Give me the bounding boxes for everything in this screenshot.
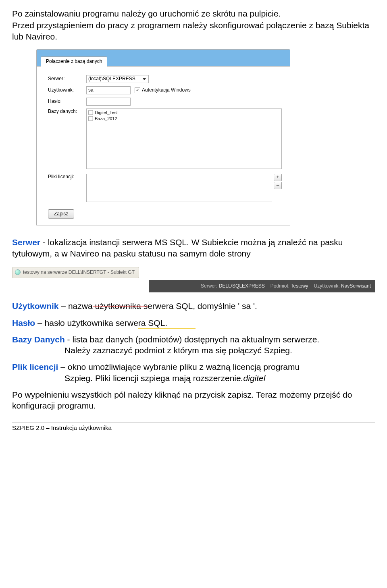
subiekt-titlebar-snippet: testowy na serwerze DELL\INSERTGT - Subi… (12, 265, 375, 279)
term-bazy: Bazy Danych (12, 335, 65, 344)
save-button[interactable]: Zapisz (48, 209, 74, 219)
window-titlebar: Połączenie z bazą danych (37, 50, 290, 67)
navireo-statusbar-snippet: Serwer: DELL\SQLEXPRESS Podmiot: Testowy… (149, 280, 375, 293)
term-uzytkownik: Użytkownik (12, 301, 59, 311)
app-icon (15, 269, 21, 275)
db-listbox[interactable]: Digitel_Test Baza_2012 (86, 108, 282, 169)
status-podmiot-value: Testowy (291, 283, 308, 289)
intro-line-2: Przed przystąpieniem do pracy z programe… (12, 20, 375, 42)
label-dbs: Bazy danych: (48, 108, 86, 115)
label-pass: Hasło: (48, 98, 86, 105)
def-haslo: Hasło – hasło użytkownika serwera SQL. (12, 317, 375, 328)
db-item[interactable]: Baza_2012 (88, 116, 280, 122)
tab-connection[interactable]: Połączenie z bazą danych (41, 56, 107, 67)
db-item[interactable]: Digitel_Test (88, 110, 280, 116)
term-haslo: Hasło (12, 318, 35, 327)
form-area: Serwer: (local)\SQLEXPRESS Użytkownik: s… (37, 67, 290, 225)
status-server-label: Serwer: (201, 283, 217, 289)
check-icon: ✓ (135, 88, 140, 93)
config-window: Połączenie z bazą danych Serwer: (local)… (36, 49, 290, 226)
def-serwer: Serwer - lokalizacja instancji serwera M… (12, 237, 375, 259)
license-listbox[interactable] (86, 174, 272, 202)
status-podmiot-label: Podmiot: (270, 283, 289, 289)
serwer-text: - lokalizacja instancji serwera MS SQL. … (12, 238, 343, 258)
label-user: Użytkownik: (48, 87, 86, 94)
server-combobox[interactable]: (local)\SQLEXPRESS (86, 75, 149, 83)
status-user-value: NavSerwisant (341, 283, 371, 289)
strike-text: użytkownik (95, 300, 136, 311)
label-server: Serwer: (48, 76, 86, 82)
term-plik: Plik licencji (12, 362, 58, 371)
subiekt-title-text: testowy na serwerze DELL\INSERTGT - Subi… (23, 269, 135, 275)
user-input[interactable]: sa (86, 86, 131, 94)
db-item-label: Digitel_Test (95, 110, 118, 115)
def-bazy: Bazy Danych - lista baz danych (podmiotó… (12, 334, 375, 356)
def-uzytkownik: Użytkownik – nazwa użytkownika serwera S… (12, 300, 375, 311)
outro-text: Po wypełnieniu wszystkich pól należy kli… (12, 389, 375, 411)
status-user-label: Użytkownik: (314, 283, 340, 289)
ext-italic: .digitel (241, 373, 266, 383)
underline-text: SQL. (148, 317, 167, 328)
auth-windows-checkbox[interactable]: ✓ Autentykacja Windows (135, 87, 191, 94)
auth-windows-label: Autentykacja Windows (142, 87, 191, 94)
term-serwer: Serwer (12, 238, 40, 247)
label-lic: Pliki licencji: (48, 174, 86, 180)
pass-input[interactable] (86, 98, 131, 106)
intro-text: Po zainstalowaniu programu należy go uru… (12, 8, 375, 42)
intro-line-1: Po zainstalowaniu programu należy go uru… (12, 8, 375, 19)
checkbox-icon (88, 117, 93, 121)
status-server-value: DELL\SQLEXPRESS (219, 283, 265, 289)
remove-license-button[interactable]: – (274, 182, 282, 189)
checkbox-icon (88, 111, 93, 115)
def-plik-licencji: Plik licencji – okno umożliwiające wybra… (12, 361, 375, 384)
page-footer: SZPIEG 2.0 – Instrukcja użytkownika (12, 423, 375, 432)
db-item-label: Baza_2012 (95, 116, 117, 121)
add-license-button[interactable]: + (274, 174, 282, 181)
